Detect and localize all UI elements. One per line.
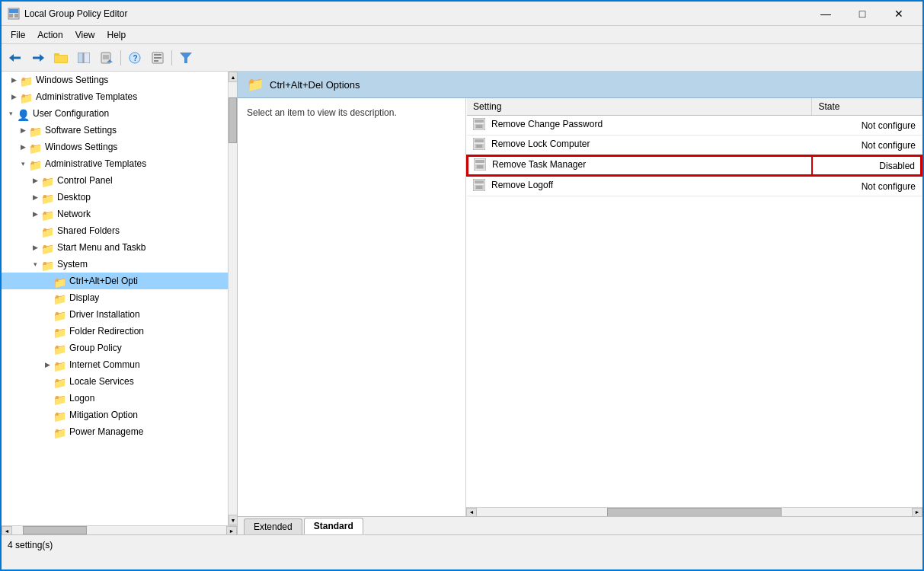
right-panel-header: 📁 Ctrl+Alt+Del Options <box>238 72 922 98</box>
close-button[interactable]: ✕ <box>881 3 916 24</box>
svg-rect-10 <box>55 56 67 62</box>
label-admin-templates-top: Administrative Templates <box>36 89 137 104</box>
filter-button[interactable] <box>175 47 197 69</box>
tree-node-software-settings: ▶ 📁 Software Settings <box>2 122 228 139</box>
tree-row-user-config[interactable]: ▾ 👤 User Configuration <box>2 105 228 122</box>
folder-icon-display: 📁 <box>53 292 67 304</box>
label-win-settings-top: Windows Settings <box>36 72 108 88</box>
tree-row-folder-redirection[interactable]: ▶ 📁 Folder Redirection <box>2 323 228 340</box>
menu-action[interactable]: Action <box>31 28 69 42</box>
table-row[interactable]: Remove Lock Computer Not configure <box>467 136 922 156</box>
menu-file[interactable]: File <box>5 28 31 42</box>
tree-row-control-panel[interactable]: ▶ 📁 Control Panel <box>2 172 228 189</box>
tree-row-display[interactable]: ▶ 📁 Display <box>2 289 228 306</box>
svg-rect-23 <box>154 60 158 62</box>
expander-control-panel[interactable]: ▶ <box>29 174 41 187</box>
table-row[interactable]: Remove Task Manager Disabled <box>467 155 922 176</box>
folder-icon-system: 📁 <box>41 258 55 270</box>
svg-rect-12 <box>84 53 90 63</box>
system-children: ▶ 📁 Ctrl+Alt+Del Opti <box>2 273 228 440</box>
scroll-thumb[interactable] <box>229 97 237 143</box>
tree-row-mitigation[interactable]: ▶ 📁 Mitigation Option <box>2 407 228 423</box>
svg-rect-1 <box>9 9 18 13</box>
title-bar: Local Group Policy Editor — □ ✕ <box>2 2 922 26</box>
expander-admin-templates[interactable]: ▾ <box>17 158 29 170</box>
tree-row-logon[interactable]: ▶ 📁 Logon <box>2 390 228 407</box>
header-folder-icon: 📁 <box>247 76 264 93</box>
expander-system[interactable]: ▾ <box>29 258 41 270</box>
menu-view[interactable]: View <box>69 28 101 42</box>
h-scroll-left-btn[interactable]: ◄ <box>2 526 12 534</box>
tree-row-driver-installation[interactable]: ▶ 📁 Driver Installation <box>2 306 228 323</box>
setting-name-remove-change-pwd: Remove Change Password <box>467 116 812 136</box>
tree-row-internet-commun[interactable]: ▶ 📁 Internet Commun <box>2 356 228 373</box>
help-button[interactable]: ? <box>124 47 145 69</box>
h-scroll-thumb[interactable] <box>23 526 87 534</box>
expander-user-config[interactable]: ▾ <box>5 107 17 120</box>
col-setting[interactable]: Setting <box>467 98 812 116</box>
expander-desktop[interactable]: ▶ <box>29 191 41 203</box>
scroll-down-button[interactable]: ▼ <box>229 515 238 525</box>
maximize-button[interactable]: □ <box>845 3 880 24</box>
h-scroll-track[interactable] <box>12 526 226 534</box>
state-remove-change-pwd: Not configure <box>812 116 922 136</box>
tree-row-system[interactable]: ▾ 📁 System <box>2 256 228 273</box>
tree-row-locale-services[interactable]: ▶ 📁 Locale Services <box>2 373 228 390</box>
tab-extended[interactable]: Extended <box>244 518 302 534</box>
h-scroll-right-btn[interactable]: ► <box>912 508 922 517</box>
show-hide-button[interactable] <box>73 47 94 69</box>
tree-node-user-config: ▾ 👤 User Configuration ▶ 📁 Software Sett… <box>2 105 228 440</box>
tree-row-shared-folders[interactable]: ▶ 📁 Shared Folders <box>2 222 228 239</box>
settings-h-scrollbar[interactable]: ◄ ► <box>466 507 922 516</box>
expander-start-menu[interactable]: ▶ <box>29 241 41 254</box>
tree-row-win-settings[interactable]: ▶ 📁 Windows Settings <box>2 139 228 155</box>
folder-button[interactable] <box>50 47 72 69</box>
minimize-button[interactable]: — <box>808 3 843 24</box>
main-layout: ▶ 📁 Windows Settings ▶ 📁 Administrative … <box>2 72 922 534</box>
tree-vertical-scrollbar[interactable]: ▲ ▼ <box>228 72 237 525</box>
label-start-menu: Start Menu and Taskb <box>57 240 146 255</box>
tree-row-desktop[interactable]: ▶ 📁 Desktop <box>2 189 228 206</box>
expander-internet-commun[interactable]: ▶ <box>41 359 53 371</box>
folder-icon-mitigation: 📁 <box>53 409 67 421</box>
folder-icon-power-management: 📁 <box>53 426 67 438</box>
svg-rect-27 <box>475 124 484 129</box>
tree-row-ctrl-alt-del[interactable]: ▶ 📁 Ctrl+Alt+Del Opti <box>2 273 228 289</box>
back-button[interactable] <box>5 47 26 69</box>
window-title: Local Group Policy Editor <box>24 8 808 19</box>
scroll-up-button[interactable]: ▲ <box>229 72 238 82</box>
tree-row-admin-templates[interactable]: ▾ 📁 Administrative Templates <box>2 155 228 172</box>
properties-button[interactable] <box>147 47 168 69</box>
folder-icon-locale-services: 📁 <box>53 375 67 388</box>
table-row[interactable]: Remove Change Password Not configure <box>467 116 922 136</box>
table-row[interactable]: Remove Logoff Not configure <box>467 176 922 196</box>
tree-row-win-settings-top[interactable]: ▶ 📁 Windows Settings <box>2 72 228 88</box>
menu-help[interactable]: Help <box>101 28 133 42</box>
expander-network[interactable]: ▶ <box>29 208 41 220</box>
h-scroll-left-btn[interactable]: ◄ <box>466 508 477 517</box>
tab-standard[interactable]: Standard <box>304 518 363 534</box>
tree-row-software-settings[interactable]: ▶ 📁 Software Settings <box>2 122 228 139</box>
h-scroll-thumb[interactable] <box>607 508 781 517</box>
tree-h-scrollbar[interactable]: ◄ ► <box>2 525 237 534</box>
tree-node-mitigation: ▶ 📁 Mitigation Option <box>2 407 228 423</box>
tree-row-group-policy[interactable]: ▶ 📁 Group Policy <box>2 340 228 356</box>
forward-button[interactable] <box>27 47 49 69</box>
export-button[interactable] <box>96 47 117 69</box>
expander-win-settings-top[interactable]: ▶ <box>8 74 20 86</box>
scroll-track[interactable] <box>229 82 237 515</box>
expander-software-settings[interactable]: ▶ <box>17 124 29 136</box>
col-state[interactable]: State <box>812 98 922 116</box>
tree-row-admin-templates-top[interactable]: ▶ 📁 Administrative Templates <box>2 88 228 105</box>
expander-admin-templates-top[interactable]: ▶ <box>8 91 20 103</box>
folder-icon-driver-installation: 📁 <box>53 308 67 321</box>
tree-node-ctrl-alt-del: ▶ 📁 Ctrl+Alt+Del Opti <box>2 273 228 289</box>
h-scroll-right-btn[interactable]: ► <box>226 526 237 534</box>
svg-rect-26 <box>475 120 484 123</box>
tree-row-start-menu[interactable]: ▶ 📁 Start Menu and Taskb <box>2 239 228 256</box>
tree-node-system: ▾ 📁 System ▶ <box>2 256 228 440</box>
h-scroll-track[interactable] <box>477 508 912 517</box>
expander-win-settings[interactable]: ▶ <box>17 141 29 153</box>
tree-row-network[interactable]: ▶ 📁 Network <box>2 206 228 222</box>
tree-row-power-management[interactable]: ▶ 📁 Power Manageme <box>2 423 228 440</box>
